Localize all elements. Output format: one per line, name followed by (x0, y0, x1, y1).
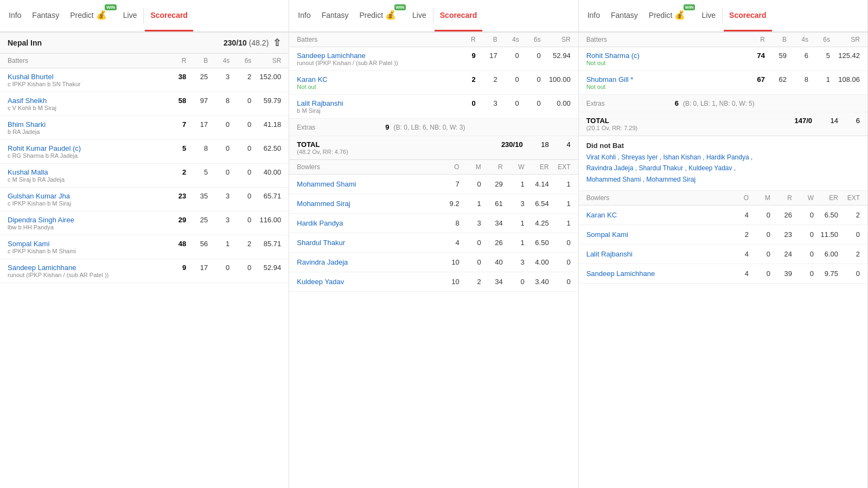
batter-r: 2 (164, 168, 186, 176)
bowler-name[interactable]: Kuldeep Yadav (297, 278, 437, 286)
tab-label: Scorecard (729, 11, 766, 20)
bowler-o: 4 (727, 250, 749, 258)
batter-b: 17 (186, 264, 208, 272)
batter-name[interactable]: Dipendra Singh Airee (8, 216, 164, 224)
bowler-er: 6.54 (525, 200, 549, 208)
batter-4s: 0 (497, 99, 519, 107)
batter-row: Shubman Gill * 67 62 8 1 108.06 Not out (579, 71, 867, 95)
bowler-name[interactable]: Mohammed Shami (297, 180, 437, 188)
bowler-er: 9.75 (814, 269, 838, 278)
batter-name[interactable]: Shubman Gill * (586, 75, 743, 84)
tab-live[interactable]: Live (118, 0, 143, 31)
batter-b: 97 (186, 97, 208, 105)
batter-row: Sompal Kami 48 56 1 2 85.71 c IPKP Kisha… (0, 235, 289, 259)
total-row: TOTAL (48.2 Ov, RR: 4.76) 230/10 18 4 (289, 136, 578, 160)
col-bowlers-label: Bowlers (297, 163, 437, 171)
batter-name[interactable]: Lalit Rajbanshi (297, 99, 454, 107)
col-batters-label: Batters (586, 36, 743, 43)
batter-name[interactable]: Kushal Malla (8, 168, 164, 176)
batter-6s: 2 (229, 73, 251, 81)
batter-row: Sandeep Lamichhane 9 17 0 0 52.94 runout… (289, 47, 578, 71)
batter-sr: 116.00 (251, 216, 281, 224)
tab-fantasy3[interactable]: Fantasy (605, 0, 643, 31)
batter-row: Lalit Rajbanshi 0 3 0 0 0.00 b M Siraj (289, 95, 578, 119)
bowler-m: 0 (749, 250, 770, 258)
batter-4s: 3 (208, 216, 229, 224)
tab-scorecard[interactable]: Scorecard (145, 0, 193, 31)
bowler-row: Shardul Thakur 4 0 26 1 6.50 0 (289, 233, 578, 253)
batter-sr: 65.71 (251, 192, 281, 200)
bowler-name[interactable]: Sandeep Lamichhane (586, 269, 727, 278)
batter-6s: 0 (229, 192, 251, 200)
batter-sr: 85.71 (251, 240, 281, 248)
tab-label: Live (412, 11, 426, 20)
scorecard-content: Nepal Inn 230/10 (48.2) ⇧ Batters R B 4s… (0, 33, 289, 488)
batter-r: 74 (743, 52, 765, 60)
dnb-players: Virat Kohli , Shreyas Iyer , Ishan Kisha… (586, 152, 860, 185)
bowler-r: 40 (481, 258, 503, 266)
bowler-w: 1 (503, 239, 525, 247)
tab-predict2[interactable]: Predict💰WIN (354, 0, 407, 31)
bowler-name[interactable]: Sompal Kami (586, 230, 727, 239)
batter-name[interactable]: Gulshan Kumar Jha (8, 192, 164, 200)
batter-name[interactable]: Sandeep Lamichhane (8, 264, 164, 272)
tab-fantasy2[interactable]: Fantasy (316, 0, 354, 31)
tab-scorecard3[interactable]: Scorecard (724, 0, 771, 31)
tab-fantasy[interactable]: Fantasy (27, 0, 65, 31)
batter-b: 3 (476, 99, 497, 107)
bowler-o: 10 (438, 278, 459, 286)
tab-info2[interactable]: Info (292, 0, 316, 31)
bowler-m: 0 (749, 211, 770, 219)
bowler-m: 0 (459, 258, 481, 266)
tab-live3[interactable]: Live (696, 0, 721, 31)
batter-r: 58 (164, 97, 186, 105)
batter-r: 2 (454, 75, 476, 84)
bowler-ext: 0 (838, 230, 860, 239)
bowler-name[interactable]: Shardul Thakur (297, 239, 437, 247)
collapse-icon[interactable]: ⇧ (273, 37, 281, 49)
batter-6s: 0 (229, 144, 251, 152)
total-score: 147/0 (794, 117, 812, 125)
tab-label: Predict (360, 11, 384, 20)
batter-name[interactable]: Rohit Kumar Paudel (c) (8, 144, 164, 152)
bowler-r: 26 (481, 239, 503, 247)
tab-predict[interactable]: Predict💰WIN (65, 0, 118, 31)
bowler-r: 29 (481, 180, 503, 188)
panel-1: InfoFantasyPredict💰WINLiveScorecard Batt… (289, 0, 578, 488)
total-4s: 18 (527, 140, 549, 149)
bowler-name[interactable]: Lalit Rajbanshi (586, 250, 727, 258)
tab-live2[interactable]: Live (407, 0, 432, 31)
batter-name[interactable]: Sandeep Lamichhane (297, 52, 454, 60)
batter-4s: 0 (208, 144, 229, 152)
tab-label: Info (298, 11, 310, 20)
batter-name[interactable]: Bhim Sharki (8, 120, 164, 129)
bowler-o: 4 (727, 211, 749, 219)
bowler-o: 10 (438, 258, 459, 266)
batter-row: Karan KC 2 2 0 0 100.00 Not out (289, 71, 578, 95)
tab-info[interactable]: Info (3, 0, 27, 31)
bowler-name[interactable]: Mohammed Siraj (297, 200, 437, 208)
batter-sr: 108.06 (830, 75, 860, 84)
coin-icon: 💰 (674, 10, 685, 20)
batter-dismiss: c M Siraj b RA Jadeja (8, 176, 281, 183)
batter-name[interactable]: Aasif Sheikh (8, 97, 164, 105)
batter-name[interactable]: Karan KC (297, 75, 454, 84)
batter-4s: 8 (787, 75, 808, 84)
tab-info3[interactable]: Info (582, 0, 605, 31)
bowler-name[interactable]: Karan KC (586, 211, 727, 219)
batter-status: Not out (586, 84, 860, 90)
batter-name[interactable]: Rohit Sharma (c) (586, 52, 743, 60)
bowler-name[interactable]: Ravindra Jadeja (297, 258, 437, 266)
tab-label: Info (9, 11, 21, 20)
batter-name[interactable]: Kushal Bhurtel (8, 73, 164, 81)
tab-bar: InfoFantasyPredict💰WINLiveScorecard (0, 0, 289, 33)
bowler-o: 8 (438, 219, 459, 227)
bowler-ext: 1 (549, 219, 571, 227)
batter-name[interactable]: Sompal Kami (8, 240, 164, 248)
tab-scorecard2[interactable]: Scorecard (435, 0, 482, 31)
batter-6s: 0 (519, 75, 541, 84)
tab-predict3[interactable]: Predict💰WIN (643, 0, 697, 31)
batter-sr: 41.18 (251, 120, 281, 129)
bowler-w: 0 (792, 250, 814, 258)
bowler-name[interactable]: Hardik Pandya (297, 219, 437, 227)
